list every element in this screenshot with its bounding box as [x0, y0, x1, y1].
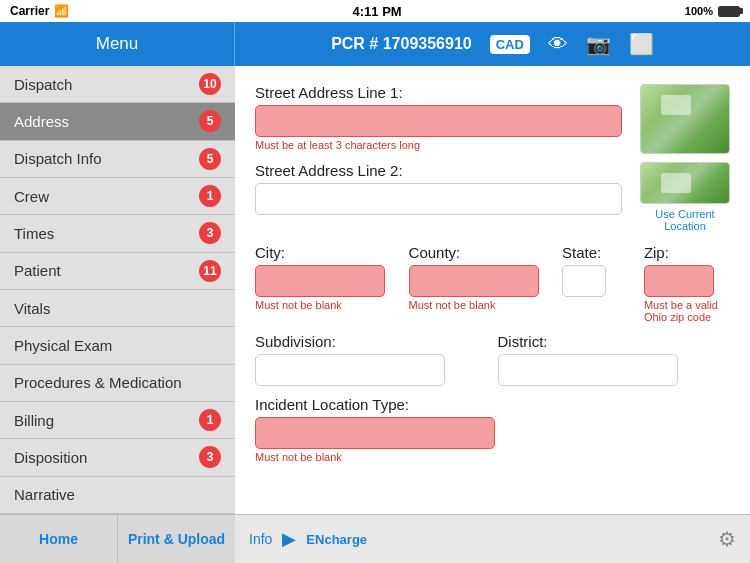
sidebar-item-label: Narrative — [14, 486, 75, 503]
map-container-2: Use Current Location — [640, 162, 730, 234]
county-label: County: — [409, 244, 553, 261]
street-line1-row: Street Address Line 1: Must be at least … — [255, 84, 730, 154]
encharge-logo: ENcharge — [306, 532, 367, 547]
home-button[interactable]: Home — [0, 515, 118, 563]
bottom-bar: Home Print & Upload — [0, 514, 235, 563]
sidebar-item-procedures-medication[interactable]: Procedures & Medication — [0, 365, 235, 402]
wifi-icon: 📶 — [54, 4, 69, 18]
city-label: City: — [255, 244, 399, 261]
incident-type-group: Incident Location Type: Must not be blan… — [255, 396, 730, 463]
street-line2-label: Street Address Line 2: — [255, 162, 622, 179]
carrier-label: Carrier — [10, 4, 49, 18]
street-line2-group: Street Address Line 2: — [255, 162, 622, 215]
sidebar-badge: 1 — [199, 409, 221, 431]
street-line2-input[interactable] — [255, 183, 622, 215]
sidebar-badge: 3 — [199, 222, 221, 244]
cad-button[interactable]: CAD — [490, 35, 530, 54]
status-left: Carrier 📶 — [10, 4, 69, 18]
use-current-location-button[interactable]: Use Current Location — [640, 206, 730, 234]
sidebar-badge: 11 — [199, 260, 221, 282]
city-error: Must not be blank — [255, 299, 399, 311]
sidebar-item-physical-exam[interactable]: Physical Exam — [0, 327, 235, 364]
sidebar-item-label: Dispatch — [14, 76, 72, 93]
sidebar-item-label: Billing — [14, 412, 54, 429]
county-input[interactable] — [409, 265, 539, 297]
sidebar-badge: 5 — [199, 148, 221, 170]
street-line1-input[interactable] — [255, 105, 622, 137]
print-label: Print & Upload — [128, 531, 225, 547]
subdivision-label: Subdivision: — [255, 333, 488, 350]
top-nav: Menu PCR # 1709356910 CAD 👁 📷 ⬜ — [0, 22, 750, 66]
menu-label: Menu — [96, 34, 139, 54]
share-icon[interactable]: ⬜ — [629, 32, 654, 56]
map-thumbnail-1 — [640, 84, 730, 154]
incident-type-label: Incident Location Type: — [255, 396, 730, 413]
zip-error: Must be a valid Ohio zip code — [644, 299, 730, 323]
status-right: 100% — [685, 5, 740, 17]
sidebar-badge: 10 — [199, 73, 221, 95]
sidebar: Dispatch 10 Address 5 Dispatch Info 5 Cr… — [0, 66, 235, 563]
sidebar-item-label: Times — [14, 225, 54, 242]
sidebar-item-times[interactable]: Times 3 — [0, 215, 235, 252]
print-upload-button[interactable]: Print & Upload — [118, 515, 235, 563]
menu-button[interactable]: Menu — [0, 22, 235, 66]
city-county-row: City: Must not be blank County: Must not… — [255, 244, 730, 323]
subdivision-group: Subdivision: — [255, 333, 488, 386]
eye-icon[interactable]: 👁 — [548, 33, 568, 56]
gear-icon[interactable]: ⚙ — [718, 527, 736, 551]
battery-icon — [718, 6, 740, 17]
sidebar-item-disposition[interactable]: Disposition 3 — [0, 439, 235, 476]
logo-icon: ▶ — [282, 528, 296, 550]
sidebar-item-billing[interactable]: Billing 1 — [0, 402, 235, 439]
info-button[interactable]: Info — [249, 531, 272, 547]
district-input[interactable] — [498, 354, 678, 386]
incident-type-error: Must not be blank — [255, 451, 730, 463]
sidebar-item-label: Physical Exam — [14, 337, 112, 354]
street-line1-error: Must be at least 3 characters long — [255, 139, 622, 151]
county-error: Must not be blank — [409, 299, 553, 311]
sidebar-item-label: Dispatch Info — [14, 150, 102, 167]
main-layout: Dispatch 10 Address 5 Dispatch Info 5 Cr… — [0, 66, 750, 563]
zip-input[interactable] — [644, 265, 714, 297]
sidebar-item-narrative[interactable]: Narrative — [0, 477, 235, 514]
sidebar-item-label: Crew — [14, 188, 49, 205]
sidebar-item-dispatch-info[interactable]: Dispatch Info 5 — [0, 141, 235, 178]
street-line1-group: Street Address Line 1: Must be at least … — [255, 84, 622, 151]
sidebar-item-crew[interactable]: Crew 1 — [0, 178, 235, 215]
pcr-title: PCR # 1709356910 — [331, 35, 472, 53]
sidebar-item-label: Address — [14, 113, 69, 130]
sidebar-badge: 3 — [199, 446, 221, 468]
pcr-area: PCR # 1709356910 CAD 👁 📷 ⬜ — [235, 32, 750, 56]
map-container-1 — [640, 84, 730, 154]
sidebar-badge: 1 — [199, 185, 221, 207]
sidebar-item-label: Patient — [14, 262, 61, 279]
sidebar-item-label: Disposition — [14, 449, 87, 466]
map-thumbnail-2 — [640, 162, 730, 204]
zip-group: Zip: Must be a valid Ohio zip code — [644, 244, 730, 323]
camera-icon[interactable]: 📷 — [586, 32, 611, 56]
status-time: 4:11 PM — [353, 4, 402, 19]
district-label: District: — [498, 333, 731, 350]
state-group: State: — [562, 244, 634, 297]
home-label: Home — [39, 531, 78, 547]
zip-label: Zip: — [644, 244, 730, 261]
sidebar-badge: 5 — [199, 110, 221, 132]
street-line1-label: Street Address Line 1: — [255, 84, 622, 101]
sidebar-item-label: Vitals — [14, 300, 50, 317]
district-group: District: — [498, 333, 731, 386]
footer-bar: Info ▶ ENcharge ⚙ — [235, 514, 750, 563]
sidebar-item-address[interactable]: Address 5 — [0, 103, 235, 140]
sidebar-item-vitals[interactable]: Vitals — [0, 290, 235, 327]
sidebar-item-label: Procedures & Medication — [14, 374, 182, 391]
sidebar-item-patient[interactable]: Patient 11 — [0, 253, 235, 290]
city-input[interactable] — [255, 265, 385, 297]
battery-label: 100% — [685, 5, 713, 17]
subdivision-input[interactable] — [255, 354, 445, 386]
county-group: County: Must not be blank — [409, 244, 553, 311]
street-line2-row: Street Address Line 2: Use Current Locat… — [255, 162, 730, 234]
state-input[interactable] — [562, 265, 606, 297]
subdivision-district-row: Subdivision: District: — [255, 333, 730, 386]
incident-type-input[interactable] — [255, 417, 495, 449]
sidebar-item-dispatch[interactable]: Dispatch 10 — [0, 66, 235, 103]
city-group: City: Must not be blank — [255, 244, 399, 311]
